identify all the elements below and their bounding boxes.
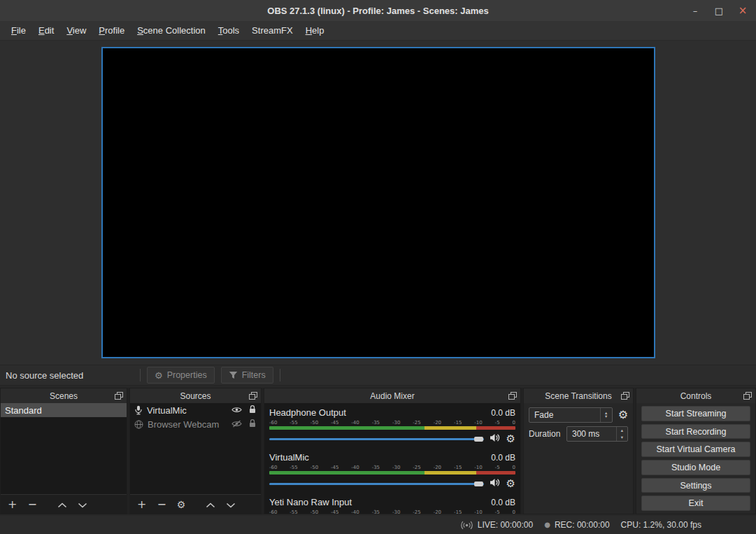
chevron-up-icon bbox=[206, 498, 215, 511]
combo-spinner[interactable]: ▴ ▾ bbox=[600, 408, 612, 422]
volume-slider[interactable] bbox=[269, 479, 484, 489]
menu-edit[interactable]: Edit bbox=[32, 22, 60, 38]
channel-volume-label: 0.0 dB bbox=[491, 498, 515, 507]
scene-down-button[interactable] bbox=[78, 498, 87, 511]
scene-transitions-header[interactable]: Scene Transitions bbox=[524, 388, 633, 403]
channel-settings-button[interactable]: ⚙ bbox=[506, 479, 515, 489]
toolbar-separator bbox=[280, 369, 280, 381]
visibility-toggle[interactable] bbox=[231, 405, 242, 416]
sources-panel-title: Sources bbox=[180, 391, 211, 401]
mute-toggle[interactable] bbox=[490, 433, 501, 445]
menu-help[interactable]: Help bbox=[299, 22, 331, 38]
window-controls: – □ × bbox=[690, 0, 748, 21]
meter-tick-label: -55 bbox=[290, 465, 297, 470]
remove-source-button[interactable]: − bbox=[157, 499, 166, 510]
meter-tick-label: -5 bbox=[495, 420, 500, 426]
chevron-up-icon bbox=[57, 498, 67, 511]
cpu-fps-label: CPU: 1.2%, 30.00 fps bbox=[621, 520, 701, 530]
spinner-down-icon: ▾ bbox=[617, 434, 627, 441]
remove-scene-button[interactable]: − bbox=[27, 499, 36, 510]
plus-icon: + bbox=[137, 499, 146, 510]
popout-icon[interactable] bbox=[115, 392, 123, 400]
transition-select[interactable]: Fade ▴ ▾ bbox=[529, 407, 613, 423]
slider-handle[interactable] bbox=[474, 482, 483, 486]
preview-canvas[interactable] bbox=[101, 47, 655, 358]
scenes-panel-title: Scenes bbox=[50, 391, 78, 401]
channel-settings-button[interactable]: ⚙ bbox=[506, 434, 515, 444]
popout-icon[interactable] bbox=[249, 392, 257, 400]
lock-icon bbox=[248, 419, 257, 430]
minimize-button[interactable]: – bbox=[690, 6, 700, 16]
scenes-panel: Scenes Standard + − bbox=[0, 388, 127, 514]
preview-area bbox=[0, 41, 756, 365]
filters-button[interactable]: Filters bbox=[221, 367, 273, 384]
source-down-button[interactable] bbox=[226, 498, 236, 511]
volume-slider[interactable] bbox=[269, 434, 484, 444]
source-item-browser-webcam[interactable]: Browser Webcam bbox=[130, 417, 261, 431]
start-recording-button[interactable]: Start Recording bbox=[641, 424, 750, 440]
scene-item-label: Standard bbox=[5, 405, 42, 416]
meter-scale: -60-55-50-45-40-35-30-25-20-15-10-50 bbox=[269, 419, 515, 426]
source-item-virtualmic[interactable]: VirtualMic bbox=[130, 403, 261, 417]
controls-body: Start Streaming Start Recording Start Vi… bbox=[636, 403, 755, 514]
add-source-button[interactable]: + bbox=[137, 499, 146, 510]
scene-item-standard[interactable]: Standard bbox=[1, 403, 127, 417]
eye-slash-icon bbox=[231, 419, 242, 430]
titlebar[interactable]: OBS 27.1.3 (linux) - Profile: James - Sc… bbox=[0, 0, 756, 21]
add-scene-button[interactable]: + bbox=[8, 499, 17, 510]
meter-scale: -60-55-50-45-40-35-30-25-20-15-10-50 bbox=[269, 464, 515, 470]
meter-tick-label: -10 bbox=[474, 420, 482, 426]
meter-tick-label: -15 bbox=[454, 465, 462, 470]
visibility-toggle[interactable] bbox=[231, 419, 242, 430]
meter-tick-label: -20 bbox=[434, 510, 441, 514]
obs-window: OBS 27.1.3 (linux) - Profile: James - Sc… bbox=[0, 0, 756, 534]
menu-streamfx[interactable]: StreamFX bbox=[245, 22, 299, 38]
duration-spinbox[interactable]: 300 ms ▴ ▾ bbox=[566, 426, 628, 442]
close-button[interactable]: × bbox=[738, 4, 748, 17]
controls-panel-header[interactable]: Controls bbox=[636, 388, 755, 403]
popout-icon[interactable] bbox=[621, 392, 629, 400]
studio-mode-button[interactable]: Studio Mode bbox=[641, 460, 750, 475]
menu-view[interactable]: View bbox=[60, 22, 92, 38]
sources-panel-header[interactable]: Sources bbox=[130, 388, 261, 403]
channel-name: Yeti Nano Raw Input bbox=[269, 497, 352, 507]
menu-scene-collection[interactable]: Scene Collection bbox=[131, 22, 212, 38]
properties-button[interactable]: ⚙ Properties bbox=[147, 367, 215, 384]
exit-button[interactable]: Exit bbox=[641, 496, 750, 511]
source-properties-button[interactable]: ⚙ bbox=[177, 500, 186, 510]
menu-profile[interactable]: Profile bbox=[92, 22, 131, 38]
scenes-panel-header[interactable]: Scenes bbox=[1, 388, 127, 403]
lock-toggle[interactable] bbox=[248, 419, 257, 430]
menu-file[interactable]: File bbox=[5, 22, 32, 38]
settings-button[interactable]: Settings bbox=[641, 478, 750, 493]
properties-button-label: Properties bbox=[167, 370, 207, 380]
mute-toggle[interactable] bbox=[490, 477, 501, 490]
start-virtual-camera-button[interactable]: Start Virtual Camera bbox=[641, 442, 750, 457]
meter-tick-label: -5 bbox=[495, 465, 500, 470]
maximize-button[interactable]: □ bbox=[714, 6, 724, 16]
menu-tools[interactable]: Tools bbox=[212, 22, 245, 38]
lock-toggle[interactable] bbox=[248, 405, 257, 416]
sources-toolbar: + − ⚙ bbox=[130, 494, 261, 514]
source-up-button[interactable] bbox=[206, 498, 215, 511]
filters-button-label: Filters bbox=[242, 370, 266, 380]
popout-icon[interactable] bbox=[508, 392, 517, 400]
transition-properties-button[interactable]: ⚙ bbox=[618, 409, 628, 421]
controls-panel: Controls Start Streaming Start Recording… bbox=[636, 388, 756, 514]
meter-tick-label: -50 bbox=[311, 420, 318, 426]
gear-icon: ⚙ bbox=[155, 370, 163, 381]
popout-icon[interactable] bbox=[743, 392, 752, 400]
duration-spinner[interactable]: ▴ ▾ bbox=[616, 427, 627, 441]
gear-icon: ⚙ bbox=[618, 409, 628, 421]
meter-tick-label: -15 bbox=[454, 510, 462, 514]
slider-handle[interactable] bbox=[474, 437, 483, 442]
audio-mixer-header[interactable]: Audio Mixer bbox=[264, 388, 520, 403]
start-streaming-button[interactable]: Start Streaming bbox=[641, 406, 750, 421]
scene-up-button[interactable] bbox=[57, 498, 67, 511]
spinner-up-icon: ▴ bbox=[617, 427, 627, 434]
dock-area: Scenes Standard + − bbox=[0, 388, 756, 514]
status-bar: LIVE: 00:00:00 ● REC: 00:00:00 CPU: 1.2%… bbox=[0, 516, 756, 534]
meter-tick-label: 0 bbox=[512, 510, 515, 514]
meter-tick-label: -30 bbox=[392, 420, 400, 426]
slider-track bbox=[269, 483, 484, 485]
